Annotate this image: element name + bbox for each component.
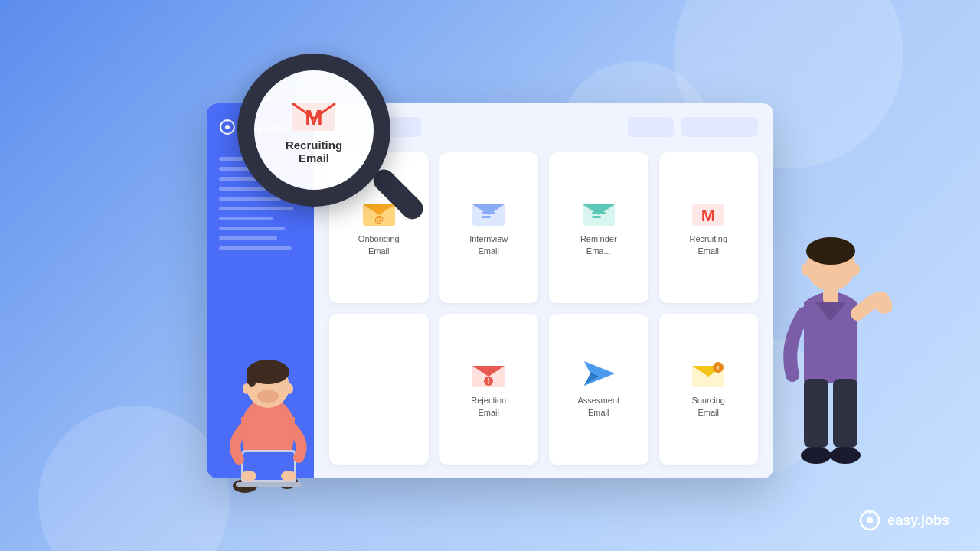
assessment-email-icon [581,360,616,389]
bottom-logo-icon [858,509,881,532]
sidebar-line [219,217,273,220]
svg-point-44 [241,471,256,481]
svg-point-55 [851,263,860,276]
svg-text:@: @ [374,214,384,225]
magnifier-glass: M RecruitingEmail [237,54,390,207]
svg-rect-9 [482,212,495,214]
reminder-email-card[interactable]: ReminderEma... [549,152,648,303]
rejection-email-icon: ! [471,360,506,389]
top-button-2[interactable] [681,117,758,137]
sidebar-line [219,236,277,240]
bottom-logo-text: easy.jobs [887,513,949,529]
svg-text:M: M [701,206,715,225]
rejection-email-card[interactable]: ! RejectionEmail [439,314,539,465]
svg-rect-13 [592,212,606,214]
svg-point-57 [867,517,873,523]
svg-point-1 [225,125,230,129]
svg-text:M: M [305,106,322,129]
interview-email-label: InternviewEmail [469,233,508,257]
svg-point-51 [801,447,831,464]
svg-rect-48 [823,289,838,303]
interview-email-icon [471,198,506,227]
sourcing-email-icon: ! [691,360,726,389]
person-standing-illustration [769,230,892,474]
rejection-email-label: RejectionEmail [471,395,506,419]
sidebar-line [219,207,293,210]
sidebar-line [219,246,292,250]
svg-text:!: ! [488,377,490,386]
sourcing-email-label: SourcingEmail [692,395,725,419]
person-sitting-illustration [199,329,337,497]
svg-rect-50 [833,379,858,448]
svg-point-47 [806,237,855,265]
svg-point-52 [830,447,861,464]
bottom-logo: easy.jobs [858,509,949,532]
assessment-email-label: AssesmentEmail [578,395,619,419]
sidebar-line [219,227,285,230]
reminder-email-icon [581,198,616,227]
logo-icon [219,119,236,135]
magnifier-recruiting-label: RecruitingEmail [286,139,342,165]
assessment-email-card[interactable]: AssesmentEmail [549,314,648,465]
svg-point-36 [286,383,293,394]
svg-point-54 [802,263,811,276]
svg-text:!: ! [717,364,720,372]
svg-rect-49 [804,379,828,448]
svg-point-34 [257,390,279,403]
empty-card-1 [329,314,429,465]
onboarding-email-label: OnboridingEmail [358,233,400,257]
svg-rect-14 [592,216,601,218]
svg-point-45 [281,471,296,481]
gmail-icon: M [291,96,337,134]
reminder-email-label: ReminderEma... [580,233,617,257]
recruiting-email-icon: M [691,198,726,227]
svg-rect-43 [236,482,302,487]
interview-email-card[interactable]: InternviewEmail [439,152,539,303]
top-bar [329,117,758,137]
recruiting-email-label: RecruitingEmail [689,233,727,257]
sourcing-email-card[interactable]: ! SourcingEmail [659,314,759,465]
top-button-1[interactable] [628,117,674,137]
recruiting-email-card[interactable]: M RecruitingEmail [659,152,759,303]
svg-point-35 [243,383,250,394]
svg-rect-10 [482,216,491,218]
magnifier-content: M RecruitingEmail [286,96,342,165]
sidebar-line [219,197,281,201]
